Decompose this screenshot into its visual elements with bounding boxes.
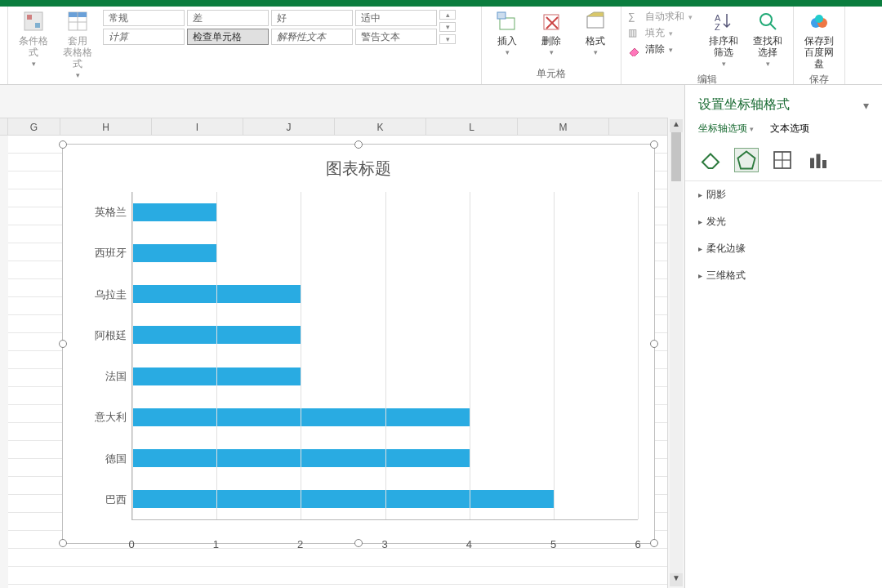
- cellformat-button[interactable]: 格式: [577, 10, 614, 58]
- effects-icon[interactable]: [734, 148, 759, 172]
- svg-rect-8: [497, 12, 506, 19]
- chart-plot-area[interactable]: 英格兰西班牙乌拉圭阿根廷法国意大利德国巴西: [79, 192, 638, 520]
- ribbon-group-save: 保存到 百度网盘 保存: [794, 7, 845, 84]
- scroll-thumb[interactable]: [671, 132, 681, 181]
- resize-handle[interactable]: [59, 539, 67, 547]
- category-label: 巴西: [79, 479, 131, 520]
- table-format-button: 套用 表格格式: [59, 10, 96, 81]
- fill-line-icon[interactable]: [698, 148, 723, 172]
- x-tick-label: 5: [550, 538, 556, 550]
- cell-style-gallery[interactable]: 常规 差 好 适中 计算 检查单元格 解释性文本 警告文本: [103, 10, 437, 45]
- pane-collapse-icon[interactable]: ▾: [863, 99, 869, 112]
- scroll-up-icon[interactable]: ▲: [670, 119, 683, 132]
- section-glow[interactable]: 发光: [685, 208, 882, 235]
- section-3dformat[interactable]: 三维格式: [685, 262, 882, 289]
- save-baidu-button[interactable]: 保存到 百度网盘: [800, 10, 838, 69]
- data-bar[interactable]: [132, 490, 554, 508]
- col-J[interactable]: J: [243, 118, 335, 136]
- sort-filter-label: 排序和筛选: [709, 35, 738, 58]
- app-titlebar: [0, 0, 882, 7]
- data-bar[interactable]: [132, 244, 216, 262]
- style-bad[interactable]: 差: [187, 10, 269, 26]
- svg-rect-24: [810, 158, 814, 169]
- category-label: 意大利: [79, 397, 131, 438]
- section-softedge[interactable]: 柔化边缘: [685, 235, 882, 262]
- size-props-icon[interactable]: [770, 148, 795, 172]
- delete-label: 删除: [541, 35, 561, 47]
- svg-point-15: [760, 14, 772, 25]
- table-format-label: 套用 表格格式: [63, 35, 92, 69]
- svg-line-16: [770, 24, 776, 29]
- chart-title[interactable]: 图表标题: [63, 145, 654, 188]
- style-normal[interactable]: 常规: [103, 10, 185, 26]
- conditional-format-label: 条件格式: [19, 35, 48, 58]
- category-label: 西班牙: [79, 233, 131, 274]
- svg-text:Z: Z: [715, 22, 720, 32]
- data-bar[interactable]: [132, 203, 216, 221]
- ribbon-group-edit: ∑自动求和▾ ▥填充▾ 清除▾ AZ 排序和筛选 查找和选择 编辑: [621, 7, 794, 84]
- col-H[interactable]: H: [60, 118, 152, 136]
- col-K[interactable]: K: [335, 118, 426, 136]
- sort-filter-button[interactable]: AZ 排序和筛选: [705, 10, 742, 69]
- col-G[interactable]: G: [8, 118, 60, 136]
- resize-handle[interactable]: [354, 140, 363, 149]
- section-shadow[interactable]: 阴影: [685, 181, 882, 208]
- cellformat-icon: [584, 10, 607, 33]
- style-explain[interactable]: 解释性文本: [271, 29, 353, 45]
- scroll-down-icon[interactable]: ▼: [670, 573, 683, 586]
- eraser-icon: [628, 43, 641, 56]
- gallery-more[interactable]: ▾: [439, 34, 456, 44]
- pane-title: 设置坐标轴格式: [698, 96, 790, 114]
- resize-handle[interactable]: [650, 539, 658, 547]
- text-options-tab[interactable]: 文本选项: [770, 122, 809, 136]
- style-neutral[interactable]: 适中: [355, 10, 437, 26]
- svg-rect-12: [587, 16, 604, 28]
- conditional-format-icon: [22, 10, 45, 33]
- worksheet-area[interactable]: G H I J K L M 图表标题: [0, 85, 684, 588]
- x-tick-label: 3: [381, 538, 387, 550]
- gallery-scroll-up[interactable]: ▴: [439, 10, 456, 20]
- x-tick-label: 6: [635, 538, 640, 550]
- clear-button[interactable]: 清除▾: [628, 42, 698, 56]
- fill-down-icon: ▥: [628, 27, 641, 40]
- svg-marker-20: [738, 152, 755, 169]
- conditional-format-button: 条件格式: [15, 10, 52, 69]
- group-label-cells: 单元格: [488, 64, 614, 82]
- delete-button[interactable]: 删除: [532, 10, 570, 58]
- style-warn[interactable]: 警告文本: [355, 29, 437, 45]
- sigma-icon: ∑: [628, 11, 641, 24]
- find-select-button[interactable]: 查找和选择: [749, 10, 786, 69]
- resize-handle[interactable]: [59, 140, 67, 149]
- col-L[interactable]: L: [426, 118, 518, 136]
- resize-handle[interactable]: [59, 340, 67, 348]
- x-tick-label: 0: [128, 538, 134, 550]
- delete-icon: [540, 10, 563, 33]
- style-checkcell[interactable]: 检查单元格: [187, 29, 269, 45]
- y-axis-labels[interactable]: 英格兰西班牙乌拉圭阿根廷法国意大利德国巴西: [79, 192, 131, 520]
- category-label: 法国: [79, 356, 131, 397]
- autosum-button: ∑自动求和▾: [628, 10, 698, 24]
- svg-rect-26: [822, 160, 826, 168]
- col-M[interactable]: M: [518, 118, 609, 136]
- resize-handle[interactable]: [354, 539, 363, 547]
- resize-handle[interactable]: [650, 140, 658, 149]
- axis-chart-icon[interactable]: [806, 148, 831, 172]
- axis-options-tab[interactable]: 坐标轴选项: [698, 122, 754, 136]
- insert-button[interactable]: 插入: [488, 10, 526, 58]
- find-select-label: 查找和选择: [753, 35, 782, 58]
- col-I[interactable]: I: [152, 118, 243, 136]
- x-tick-label: 2: [297, 538, 303, 550]
- resize-handle[interactable]: [650, 340, 658, 348]
- fill-button: ▥填充▾: [628, 26, 698, 40]
- embedded-chart[interactable]: 图表标题 英格兰西班牙乌拉圭阿根廷法国意大利德国巴西 0123456: [62, 144, 655, 544]
- style-good[interactable]: 好: [271, 10, 353, 26]
- gallery-scroll-down[interactable]: ▾: [439, 22, 456, 32]
- ribbon-group-cells: 插入 删除 格式 单元格: [482, 7, 621, 84]
- x-tick-label: 4: [466, 538, 472, 550]
- x-tick-label: 1: [213, 538, 219, 550]
- style-calc[interactable]: 计算: [103, 29, 185, 45]
- column-headers[interactable]: G H I J K L M: [0, 118, 668, 136]
- svg-rect-2: [35, 23, 40, 28]
- vertical-scrollbar[interactable]: ▲ ▼: [670, 119, 683, 586]
- svg-rect-1: [27, 15, 32, 20]
